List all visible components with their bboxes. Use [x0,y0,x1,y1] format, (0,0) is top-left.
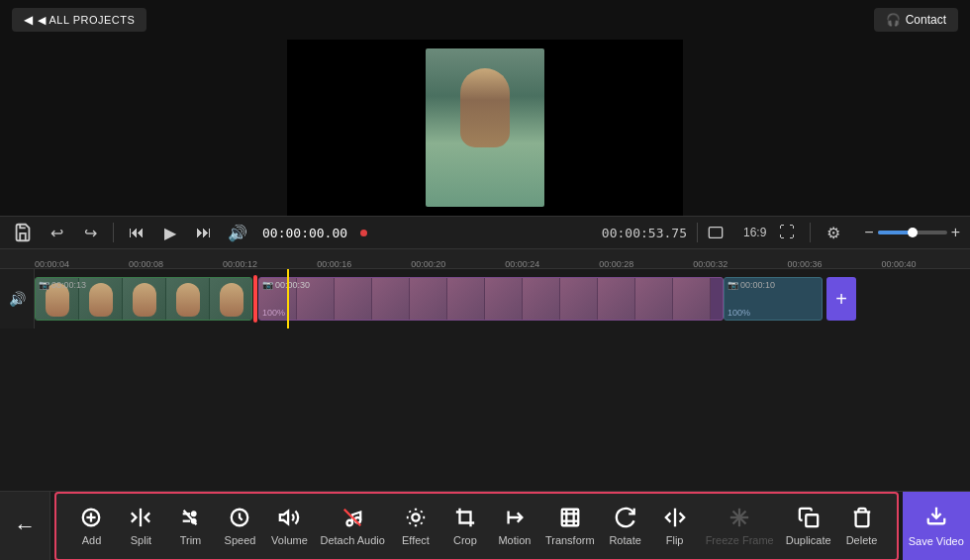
play-button[interactable]: ▶ [157,220,183,245]
save-video-button[interactable]: Save Video [903,492,970,561]
frame-thumb-pink [523,278,560,320]
redo-button[interactable]: ↪ [77,220,103,245]
skip-end-icon: ⏭ [196,224,212,241]
speed-icon [229,507,250,531]
tool-delete[interactable]: Delete [837,503,887,550]
play-icon: ▶ [164,224,176,242]
ruler-mark: 00:00:40 [881,259,916,269]
timecode-display: 00:00:00.00 [262,226,347,240]
zoom-in-button[interactable]: + [951,224,960,241]
zoom-out-button[interactable]: − [864,224,873,241]
undo-button[interactable]: ↩ [44,220,69,245]
tool-delete-label: Delete [846,534,878,546]
separator-3 [810,223,811,242]
tool-freeze-frame: Freeze Frame [700,503,780,550]
tool-volume[interactable]: Volume [264,503,314,550]
tool-motion-label: Motion [498,534,531,546]
settings-button[interactable]: ⚙ [821,220,846,245]
ruler-mark: 00:00:24 [505,259,539,269]
trim-icon [179,507,201,531]
resolution-icon [708,225,724,240]
tool-duplicate-label: Duplicate [786,534,831,546]
effect-icon [405,507,427,531]
record-indicator [360,230,367,236]
transform-icon [559,507,581,531]
bottom-toolbar: ← Add Split Trim Sp [0,491,970,560]
tool-split[interactable]: Split [116,503,165,550]
tool-duplicate[interactable]: Duplicate [780,503,837,550]
zoom-thumb [908,228,918,237]
clip-3[interactable]: 📷 00:00:10 100% [724,277,823,321]
all-projects-button[interactable]: ◀ ◀ ALL PROJECTS [12,8,146,32]
save-video-icon [925,505,947,531]
tool-volume-label: Volume [271,534,308,546]
tool-speed-label: Speed [225,534,256,546]
crop-icon [454,507,476,531]
svg-point-9 [192,518,196,522]
track-volume-icon[interactable]: 🔊 [9,291,26,307]
contact-icon: 🎧 [886,13,901,27]
skip-end-button[interactable]: ⏭ [191,220,217,245]
motion-icon [504,507,526,531]
frame-thumb-pink [372,278,410,320]
tool-detach-audio[interactable]: Detach Audio [314,503,390,550]
flip-icon [664,507,686,531]
tool-speed[interactable]: Speed [215,503,264,550]
svg-rect-0 [709,228,722,238]
ruler-mark: 00:00:04 [35,259,69,269]
duplicate-icon [798,507,820,531]
timeline-ruler[interactable]: 00:00:04 00:00:08 00:00:12 00:00:16 00:0… [0,249,970,269]
redo-icon: ↪ [84,224,97,242]
tool-trim[interactable]: Trim [165,503,215,550]
tracks-container[interactable]: 📷 00:00:13 100% 📷 00:00:30 [35,269,970,328]
skip-start-icon: ⏮ [129,224,145,241]
tool-freeze-frame-label: Freeze Frame [706,534,774,546]
clip2-cam-icon: 📷 [262,280,273,290]
tool-flip[interactable]: Flip [650,503,700,550]
clip3-cam-icon: 📷 [728,280,738,290]
clip-1[interactable]: 📷 00:00:13 100% [35,277,252,321]
skip-start-button[interactable]: ⏮ [124,220,149,245]
top-bar: ◀ ◀ ALL PROJECTS 🎧 Contact [0,0,970,40]
ruler-mark: 00:00:32 [693,259,728,269]
tool-transform-label: Transform [545,534,595,546]
ruler-mark: 00:00:36 [787,259,822,269]
duration-display: 00:00:53.75 [602,226,687,240]
frame-thumb-pink [485,278,523,320]
save-video-label: Save Video [909,535,964,547]
tool-effect[interactable]: Effect [391,503,440,550]
frame-thumb-pink [673,278,711,320]
ruler-mark: 00:00:12 [223,259,257,269]
playhead-marker [253,275,257,323]
ruler-marks: 00:00:04 00:00:08 00:00:12 00:00:16 00:0… [35,259,970,269]
contact-label: Contact [906,13,946,27]
tool-add[interactable]: Add [66,503,116,550]
tool-rotate[interactable]: Rotate [601,503,650,550]
split-icon [130,507,151,531]
tool-effect-label: Effect [402,534,430,546]
clip2-percent: 100% [262,308,285,318]
frame-thumb-pink [560,278,598,320]
zoom-slider[interactable] [878,231,947,234]
clip3-label: 00:00:10 [740,280,775,290]
tool-crop[interactable]: Crop [440,503,490,550]
ruler-mark: 00:00:16 [317,259,351,269]
settings-icon: ⚙ [826,224,840,242]
tool-transform[interactable]: Transform [539,503,601,550]
playhead [287,269,289,328]
preview-area [0,40,970,216]
fullscreen-button[interactable]: ⛶ [774,220,800,245]
add-clip-button[interactable]: + [826,277,856,321]
back-arrow-icon: ◀ [24,13,33,27]
tool-motion[interactable]: Motion [490,503,539,550]
svg-point-8 [192,512,196,515]
clip2-frames [259,278,711,320]
back-navigation-button[interactable]: ← [0,492,50,561]
clip-2[interactable]: 📷 00:00:30 100% [258,277,724,321]
contact-button[interactable]: 🎧 Contact [874,8,958,32]
frame-thumb-pink [598,278,635,320]
volume-button[interactable]: 🔊 [225,220,250,245]
save-button[interactable] [10,220,36,245]
clip3-percent: 100% [728,308,750,318]
tool-trim-label: Trim [180,534,202,546]
